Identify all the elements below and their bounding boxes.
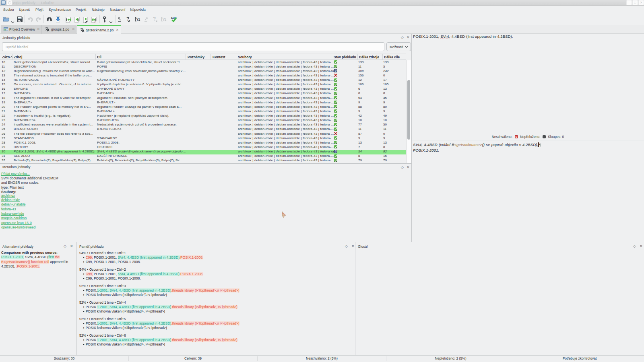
svg-text:?: ? (162, 17, 165, 22)
svg-text:?: ? (136, 17, 138, 22)
svg-text:?: ? (153, 16, 156, 22)
